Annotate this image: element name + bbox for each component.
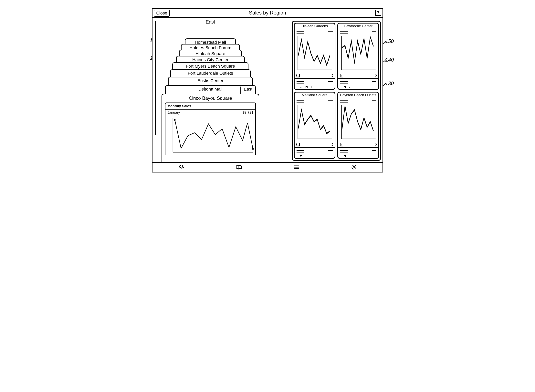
thumb-card[interactable]: Boynton Beach Outlets ▲ — [337, 92, 379, 159]
thumb-slider[interactable]: ▲ — [340, 143, 377, 146]
thumb-placeholders — [338, 101, 378, 103]
thumb-line-chart — [340, 103, 377, 142]
svg-point-12 — [180, 165, 181, 167]
title-bar: Close Sales by Region ? — [153, 9, 382, 18]
thumb-line-chart — [296, 34, 333, 73]
toolbar-menu-icon[interactable] — [268, 163, 325, 172]
thumb-title: Maitland Square — [295, 93, 335, 98]
callout-130: 130 — [385, 80, 394, 86]
thumb-card[interactable]: Maitland Square ▲ — [294, 92, 335, 159]
thumb-slider-handle[interactable]: ▲ — [296, 74, 300, 77]
thumb-card[interactable]: Hialeah Gardens ▲ — [294, 23, 335, 90]
thumb-placeholders — [338, 98, 378, 101]
thumb-slider-handle[interactable]: ▲ — [340, 74, 343, 77]
thumb-slider-handle[interactable]: ▲ — [296, 143, 300, 146]
thumb-card[interactable]: Hawthorne Center ▲ — [337, 23, 379, 90]
thumb-line-chart — [296, 103, 333, 142]
thumb-placeholders — [295, 29, 335, 32]
svg-point-17 — [353, 166, 355, 168]
callout-150: 150 — [385, 38, 394, 44]
app-window: Close Sales by Region ? East Homestead M… — [152, 8, 383, 173]
thumb-slider-handle[interactable]: ▲ — [340, 143, 343, 146]
close-button[interactable]: Close — [154, 9, 170, 17]
bottom-toolbar — [153, 162, 382, 172]
help-button[interactable]: ? — [375, 9, 381, 16]
thumb-placeholders — [295, 32, 335, 33]
thumbnails-container: Hialeah Gardens ▲ — [292, 21, 381, 161]
card-stack: Homestead Mall Holmes Beach Forum Hialea… — [153, 25, 268, 162]
front-chart-panel: Monthly Sales January $3,721 — [165, 103, 256, 155]
region-header: East — [153, 19, 268, 25]
front-card-title: Cinco Bayou Square — [162, 94, 259, 103]
thumb-bar-chart — [296, 153, 333, 157]
window-title: Sales by Region — [249, 10, 286, 16]
thumb-line-chart — [340, 34, 377, 73]
chart-summary-row: January $3,721 — [165, 110, 255, 116]
main-line-chart — [165, 116, 255, 155]
thumb-placeholders — [295, 98, 335, 101]
thumb-slider[interactable]: ▲ — [296, 74, 333, 77]
thumb-title: Hialeah Gardens — [295, 23, 335, 29]
toolbar-gear-icon[interactable] — [325, 163, 382, 172]
left-pane: East Homestead Mall Holmes Beach Forum H… — [153, 18, 268, 162]
chart-value: $3,721 — [243, 111, 253, 115]
thumb-footer — [295, 147, 335, 158]
toolbar-book-icon[interactable] — [210, 163, 268, 172]
thumb-slider[interactable]: ▲ — [340, 74, 377, 77]
right-pane: Hialeah Gardens ▲ — [290, 18, 382, 162]
chart-title: Monthly Sales — [165, 103, 255, 110]
front-card[interactable]: Cinco Bayou Square Monthly Sales January… — [162, 94, 259, 162]
thumb-title: Hawthorne Center — [338, 23, 378, 29]
callout-140: 140 — [385, 57, 394, 63]
thumb-bar-chart — [340, 84, 376, 88]
thumb-placeholders — [295, 101, 335, 103]
thumb-footer — [295, 78, 335, 89]
svg-point-13 — [182, 165, 183, 167]
toolbar-people-icon[interactable] — [153, 163, 210, 172]
chart-period: January — [167, 111, 180, 115]
thumb-slider[interactable]: ▲ — [296, 143, 333, 146]
thumb-placeholders — [338, 32, 378, 33]
thumb-title: Boynton Beach Outlets — [338, 93, 378, 98]
thumb-footer — [338, 78, 378, 89]
thumb-placeholders — [338, 29, 378, 32]
thumb-bar-chart — [296, 84, 333, 88]
svg-point-3 — [252, 148, 254, 150]
thumb-footer — [338, 147, 378, 158]
thumb-bar-chart — [340, 153, 376, 157]
